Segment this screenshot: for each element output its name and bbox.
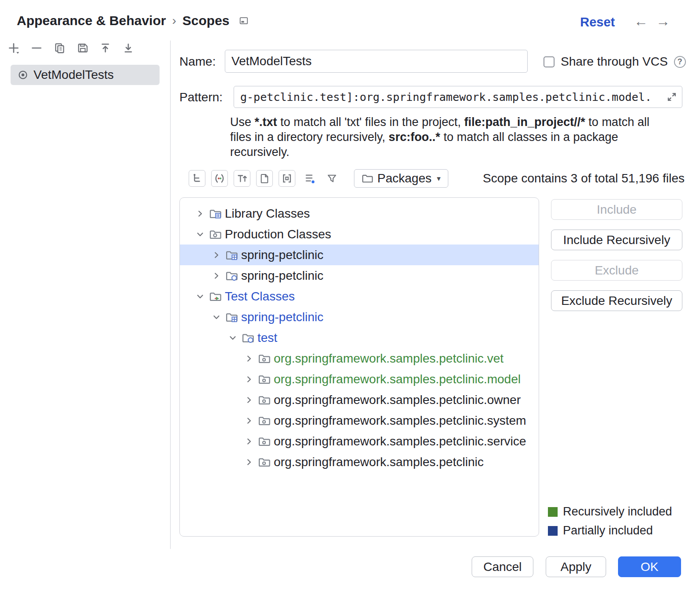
apply-button[interactable]: Apply	[546, 556, 606, 577]
cancel-button[interactable]: Cancel	[472, 556, 533, 577]
legend-label: Partially included	[563, 524, 653, 537]
ok-button[interactable]: OK	[618, 556, 681, 577]
name-field-wrap	[225, 50, 528, 73]
share-vcs-label: Share through VCS	[561, 55, 668, 69]
sort-by-type-icon[interactable]	[234, 170, 250, 187]
tree-row-test-folder[interactable]: test	[180, 327, 539, 348]
folder-ring-icon	[225, 270, 238, 282]
chevron-down-icon[interactable]	[195, 229, 205, 240]
sidebar-toolbar	[7, 41, 135, 55]
tree-row-package-service[interactable]: org.springframework.samples.petclinic.se…	[180, 431, 539, 452]
folder-module-icon	[225, 311, 238, 323]
tree-row-package-model[interactable]: org.springframework.samples.petclinic.mo…	[180, 369, 539, 389]
scope-tree: Library Classes Production Classes sprin…	[179, 197, 539, 537]
package-icon	[258, 415, 270, 427]
tree-row-label: org.springframework.samples.petclinic.ow…	[274, 393, 521, 407]
package-icon	[258, 352, 270, 365]
package-icon	[258, 373, 270, 385]
breadcrumb-separator-icon: ›	[172, 14, 176, 28]
color-parens-icon[interactable]	[211, 170, 228, 187]
tree-row-label: org.springframework.samples.petclinic	[274, 455, 484, 469]
reset-button[interactable]: Reset	[580, 15, 615, 30]
partially-included-swatch	[548, 526, 558, 536]
tree-structure-icon[interactable]	[189, 170, 205, 187]
folder-production-icon	[209, 228, 221, 241]
pattern-input[interactable]	[234, 86, 682, 108]
name-label: Name:	[179, 55, 216, 69]
chevron-right-icon[interactable]	[211, 271, 222, 281]
save-icon[interactable]	[76, 41, 89, 55]
breadcrumb-section[interactable]: Appearance & Behavior	[17, 13, 166, 28]
tree-row-spring-petclinic-content[interactable]: spring-petclinic	[180, 265, 539, 286]
tree-row-library-classes[interactable]: Library Classes	[180, 203, 539, 224]
tree-row-label: org.springframework.samples.petclinic.se…	[274, 434, 526, 448]
pattern-label: Pattern:	[179, 90, 223, 104]
folder-library-icon	[209, 208, 221, 220]
add-icon[interactable]	[7, 41, 20, 55]
show-files-icon[interactable]	[256, 170, 273, 187]
share-vcs-checkbox[interactable]	[544, 56, 555, 67]
folder-module-icon	[225, 249, 238, 261]
breadcrumb-page: Scopes	[182, 13, 230, 28]
tree-row-package-petclinic[interactable]: org.springframework.samples.petclinic	[180, 452, 539, 472]
tree-row-label: test	[257, 331, 277, 345]
back-arrow-icon[interactable]: ←	[634, 13, 648, 30]
tree-row-package-owner[interactable]: org.springframework.samples.petclinic.ow…	[180, 389, 539, 410]
tree-row-spring-petclinic-test-module[interactable]: spring-petclinic	[180, 307, 539, 327]
name-input[interactable]	[225, 50, 528, 73]
chevron-down-icon[interactable]	[211, 312, 222, 322]
flatten-packages-icon[interactable]	[301, 170, 318, 187]
tree-row-spring-petclinic-module[interactable]: spring-petclinic	[180, 245, 539, 265]
breadcrumb: Appearance & Behavior › Scopes	[17, 13, 249, 28]
chevron-right-icon[interactable]	[244, 436, 254, 447]
pattern-field-wrap	[234, 86, 682, 108]
chevron-right-icon[interactable]	[195, 208, 205, 219]
include-recursively-button[interactable]: Include Recursively	[551, 230, 682, 250]
exclude-recursively-button[interactable]: Exclude Recursively	[551, 290, 682, 311]
folder-test-icon	[209, 290, 221, 303]
move-down-icon[interactable]	[122, 41, 135, 55]
sidebar-item-vetmodeltests[interactable]: VetModelTests	[11, 65, 160, 85]
copy-icon[interactable]	[53, 41, 66, 55]
tree-row-label: org.springframework.samples.petclinic.mo…	[274, 372, 521, 386]
tree-row-test-classes[interactable]: Test Classes	[180, 286, 539, 307]
include-button[interactable]: Include	[551, 199, 682, 220]
sidebar-item-label: VetModelTests	[34, 68, 114, 82]
window-icon	[238, 16, 249, 26]
remove-icon[interactable]	[30, 41, 43, 55]
tree-row-package-vet[interactable]: org.springframework.samples.petclinic.ve…	[180, 348, 539, 369]
tree-row-production-classes[interactable]: Production Classes	[180, 224, 539, 245]
chevron-right-icon[interactable]	[244, 353, 254, 364]
panel-divider	[170, 41, 171, 549]
forward-arrow-icon[interactable]: →	[656, 13, 670, 30]
chevron-right-icon[interactable]	[211, 250, 222, 260]
packages-dropdown[interactable]: Packages ▾	[354, 169, 448, 188]
legend-label: Recursively included	[563, 505, 672, 519]
chevron-right-icon[interactable]	[244, 395, 254, 405]
tree-row-label: Test Classes	[225, 289, 295, 304]
chevron-right-icon[interactable]	[244, 415, 254, 426]
tree-row-package-system[interactable]: org.springframework.samples.petclinic.sy…	[180, 410, 539, 431]
share-vcs-group: Share through VCS ?	[544, 55, 686, 69]
scope-icon	[17, 69, 29, 81]
tree-row-label: Production Classes	[225, 227, 331, 241]
exclude-button[interactable]: Exclude	[551, 260, 682, 281]
chevron-down-icon[interactable]	[195, 291, 205, 302]
folder-icon	[361, 173, 373, 184]
chevron-down-icon: ▾	[437, 174, 441, 183]
filter-icon[interactable]	[324, 170, 340, 187]
expand-pattern-icon[interactable]	[666, 91, 678, 105]
tree-row-label: org.springframework.samples.petclinic.sy…	[274, 414, 526, 428]
tree-row-label: Library Classes	[225, 207, 310, 221]
packages-dropdown-label: Packages	[377, 171, 432, 185]
show-modules-icon[interactable]	[279, 170, 295, 187]
package-icon	[258, 456, 270, 468]
tree-row-label: org.springframework.samples.petclinic.ve…	[274, 352, 503, 366]
recursively-included-swatch	[548, 507, 558, 517]
help-icon[interactable]: ?	[674, 56, 686, 68]
chevron-right-icon[interactable]	[244, 457, 254, 467]
chevron-down-icon[interactable]	[227, 333, 238, 343]
legend-recursively-included: Recursively included	[548, 505, 672, 519]
move-up-icon[interactable]	[99, 41, 112, 55]
chevron-right-icon[interactable]	[244, 374, 254, 385]
